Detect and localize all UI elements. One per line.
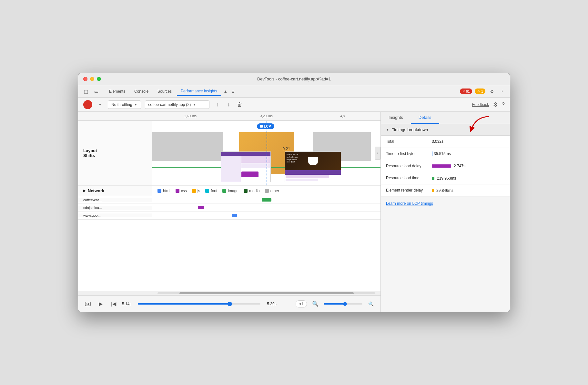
minimize-button[interactable]	[90, 77, 94, 81]
help-icon[interactable]: ?	[502, 102, 505, 108]
legend-other: other	[265, 189, 279, 193]
request-name-3: www.goo...	[78, 213, 152, 217]
legend-js: js	[192, 189, 200, 193]
layout-shifts-row: Layout Shifts LCP	[78, 121, 380, 186]
screenshot-right: Free 1 bag ofcoffee beansfor purchaseove…	[285, 151, 341, 182]
warning-badge[interactable]: ⚠ 1	[475, 88, 485, 94]
slider-fill	[138, 303, 230, 305]
section-header-text: Timings breakdown	[392, 127, 428, 132]
css-color	[176, 189, 179, 193]
scrollbar-thumb[interactable]	[179, 292, 354, 294]
tab-elements[interactable]: Elements	[105, 87, 129, 96]
tab-console[interactable]: Console	[130, 87, 152, 96]
legend-css: css	[176, 189, 187, 193]
bottom-controls: ▶ |◀ 5.14s 5.39s x1 🔍 🔍	[78, 295, 380, 312]
url-dropdown[interactable]: coffee-cart.netlify.app (2) ▼	[145, 100, 209, 109]
font-color	[205, 189, 209, 193]
throttling-dropdown[interactable]: No throttling ▼	[108, 100, 141, 109]
zoom-slider[interactable]	[324, 303, 362, 305]
zoom-level[interactable]: x1	[296, 300, 307, 307]
network-legend-row: ▶ Network html css	[78, 186, 380, 196]
timeline-slider[interactable]	[138, 303, 260, 305]
media-color	[244, 189, 248, 193]
tab-sources[interactable]: Sources	[154, 87, 176, 96]
network-label[interactable]: ▶ Network	[78, 186, 152, 196]
slider-thumb[interactable]	[228, 302, 232, 306]
zoom-fill	[324, 303, 345, 305]
request-name-2: cdnjs.clou...	[78, 206, 152, 210]
toolbar: ▼ No throttling ▼ coffee-cart.netlify.ap…	[78, 98, 510, 112]
request-bar-2	[198, 206, 204, 209]
other-color	[265, 189, 269, 193]
more-tabs-icon[interactable]: »	[230, 88, 237, 95]
tab-insights[interactable]: Insights	[381, 112, 411, 124]
play-button[interactable]: ▶	[96, 299, 105, 308]
js-color	[192, 189, 196, 193]
timeline-scrollbar	[78, 291, 380, 295]
title-bar: DevTools - coffee-cart.netlify.app/?ad=1	[78, 73, 510, 85]
timing-label-rlt: Resource load time	[386, 175, 428, 181]
zoom-thumb[interactable]	[343, 302, 347, 306]
delete-icon[interactable]: 🗑	[235, 100, 244, 109]
feedback-button[interactable]: Feedback	[472, 102, 489, 107]
learn-more-link[interactable]: Learn more on LCP timings	[381, 197, 510, 210]
table-row[interactable]: coffee-car...	[78, 196, 380, 204]
image-color	[222, 189, 226, 193]
request-bar-3	[232, 214, 237, 217]
timing-value-ttfb: 35.515ms	[432, 151, 451, 156]
timing-row-rlt: Resource load time 219.963ms	[381, 172, 510, 184]
device-icon[interactable]: ▭	[92, 88, 100, 95]
cursor-icon[interactable]: ⬚	[82, 88, 90, 95]
purple-bar	[432, 164, 451, 168]
main-content: 1,600ms 3,200ms 4,8 Layout Shifts	[78, 112, 510, 312]
close-button[interactable]	[83, 77, 87, 81]
table-row[interactable]: www.goo...	[78, 212, 380, 219]
timings-table: Total 3.032s Time to first byte 35.515ms	[381, 136, 510, 197]
tab-close-icon[interactable]: ▲	[222, 88, 229, 94]
expand-arrow-icon[interactable]: ▶	[83, 189, 86, 192]
skip-back-button[interactable]: |◀	[109, 299, 118, 308]
table-row[interactable]: cdnjs.clou...	[78, 204, 380, 212]
dropdown-arrow-icon[interactable]: ▼	[96, 101, 104, 109]
legend-html: html	[157, 189, 170, 193]
download-icon[interactable]: ↓	[224, 100, 233, 109]
zoom-in-icon[interactable]: 🔍	[366, 299, 375, 308]
time-end: 5.39s	[267, 302, 276, 306]
upload-icon[interactable]: ↑	[213, 100, 222, 109]
request-bar-area-3	[152, 212, 380, 219]
devtools-window: DevTools - coffee-cart.netlify.app/?ad=1…	[78, 73, 510, 312]
lcp-badge: LCP	[257, 123, 274, 129]
time-start: 5.14s	[122, 302, 131, 306]
timing-label-ttfb: Time to first byte	[386, 151, 428, 157]
maximize-button[interactable]	[97, 77, 101, 81]
timing-value-erd: 29.846ms	[432, 188, 453, 193]
tab-bar-right: ✕ 61 ⚠ 1 ⚙ ⋮	[460, 88, 506, 95]
timing-value-rlt: 219.963ms	[432, 176, 456, 181]
zoom-out-icon[interactable]: 🔍	[311, 299, 320, 308]
gray-rect-left	[152, 132, 223, 161]
lcp-badge-square	[260, 125, 263, 128]
timing-row-ttfb: Time to first byte 35.515ms	[381, 148, 510, 160]
record-button[interactable]	[83, 100, 92, 109]
legend-media: media	[244, 189, 260, 193]
window-title: DevTools - coffee-cart.netlify.app/?ad=1	[257, 77, 331, 81]
svg-point-1	[87, 303, 89, 305]
tab-bar: ⬚ ▭ Elements Console Sources Performance…	[78, 85, 510, 98]
screenshot-toggle-button[interactable]	[83, 299, 92, 308]
request-bar-area-1	[152, 196, 380, 203]
right-controls: x1 🔍 🔍	[296, 299, 375, 308]
insights-panel-header: Insights Details	[381, 112, 510, 124]
collapse-arrow[interactable]: ›	[375, 147, 380, 160]
section-expand-icon: ▼	[386, 128, 389, 131]
ruler-marks: 1,600ms 3,200ms 4,8	[152, 114, 380, 118]
tab-details[interactable]: Details	[411, 112, 439, 124]
scrollbar-track[interactable]	[157, 292, 375, 294]
timing-row-total: Total 3.032s	[381, 136, 510, 148]
timings-breakdown-header[interactable]: ▼ Timings breakdown	[381, 124, 510, 136]
timing-row-erd: Element render delay 29.846ms	[381, 184, 510, 197]
gear-icon[interactable]: ⚙	[493, 101, 498, 108]
settings-icon[interactable]: ⚙	[488, 88, 496, 95]
more-options-icon[interactable]: ⋮	[498, 88, 506, 95]
error-badge[interactable]: ✕ 61	[460, 88, 472, 94]
tab-performance-insights[interactable]: Performance insights	[177, 87, 221, 96]
